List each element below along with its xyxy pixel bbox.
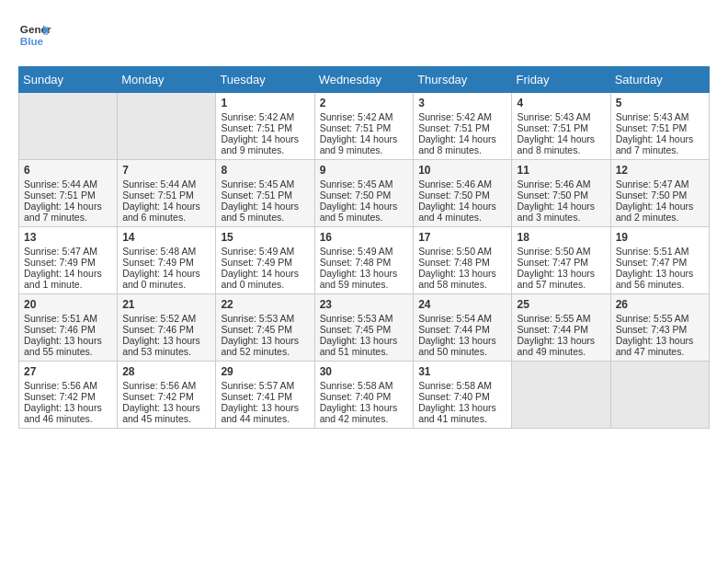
day-info: Sunset: 7:48 PM	[320, 257, 409, 268]
day-info: Daylight: 13 hours and 47 minutes.	[616, 335, 704, 357]
day-info: Sunrise: 5:57 AM	[221, 380, 309, 391]
day-info: Sunset: 7:41 PM	[221, 391, 309, 402]
weekday-header: Wednesday	[314, 67, 414, 93]
weekday-header: Monday	[118, 67, 216, 93]
day-info: Sunrise: 5:46 AM	[418, 178, 506, 190]
day-info: Sunrise: 5:48 AM	[122, 246, 210, 257]
calendar-cell: 21Sunrise: 5:52 AMSunset: 7:46 PMDayligh…	[118, 294, 216, 362]
weekday-header: Saturday	[610, 67, 709, 93]
calendar-cell: 15Sunrise: 5:49 AMSunset: 7:49 PMDayligh…	[216, 227, 314, 294]
calendar-cell: 8Sunrise: 5:45 AMSunset: 7:51 PMDaylight…	[216, 160, 314, 227]
day-info: Sunrise: 5:51 AM	[616, 246, 704, 257]
day-info: Sunset: 7:49 PM	[122, 257, 210, 268]
calendar-cell: 20Sunrise: 5:51 AMSunset: 7:46 PMDayligh…	[19, 294, 118, 362]
day-number: 21	[122, 298, 210, 311]
day-number: 11	[517, 164, 605, 177]
day-info: Daylight: 14 hours and 9 minutes.	[320, 133, 409, 155]
day-info: Daylight: 14 hours and 0 minutes.	[122, 268, 210, 290]
day-info: Sunrise: 5:56 AM	[122, 380, 210, 391]
calendar-cell: 13Sunrise: 5:47 AMSunset: 7:49 PMDayligh…	[19, 227, 118, 294]
day-info: Daylight: 13 hours and 46 minutes.	[24, 402, 112, 424]
day-info: Daylight: 14 hours and 8 minutes.	[418, 133, 506, 155]
day-info: Sunrise: 5:49 AM	[320, 246, 409, 257]
day-number: 12	[616, 164, 704, 177]
day-info: Daylight: 13 hours and 57 minutes.	[517, 268, 605, 290]
day-info: Sunrise: 5:42 AM	[221, 111, 309, 122]
page-header: General Blue	[18, 18, 710, 52]
calendar-cell: 1Sunrise: 5:42 AMSunset: 7:51 PMDaylight…	[216, 93, 314, 160]
day-number: 17	[418, 231, 506, 244]
day-number: 25	[517, 298, 605, 311]
day-info: Sunrise: 5:45 AM	[221, 178, 309, 190]
calendar-cell: 2Sunrise: 5:42 AMSunset: 7:51 PMDaylight…	[314, 93, 414, 160]
day-info: Sunrise: 5:47 AM	[616, 178, 704, 190]
calendar-cell: 16Sunrise: 5:49 AMSunset: 7:48 PMDayligh…	[314, 227, 414, 294]
day-info: Sunset: 7:49 PM	[221, 257, 309, 268]
day-info: Sunrise: 5:58 AM	[320, 380, 409, 391]
calendar-table: SundayMondayTuesdayWednesdayThursdayFrid…	[18, 66, 710, 429]
weekday-header: Tuesday	[216, 67, 314, 93]
calendar-cell: 30Sunrise: 5:58 AMSunset: 7:40 PMDayligh…	[314, 362, 414, 429]
day-info: Sunset: 7:47 PM	[517, 257, 605, 268]
calendar-cell	[512, 362, 610, 429]
day-info: Daylight: 13 hours and 55 minutes.	[24, 335, 112, 357]
day-number: 19	[616, 231, 704, 244]
calendar-week-row: 13Sunrise: 5:47 AMSunset: 7:49 PMDayligh…	[19, 227, 710, 294]
calendar-cell: 27Sunrise: 5:56 AMSunset: 7:42 PMDayligh…	[19, 362, 118, 429]
day-info: Daylight: 14 hours and 9 minutes.	[221, 133, 309, 155]
day-number: 26	[616, 298, 704, 311]
calendar-week-row: 27Sunrise: 5:56 AMSunset: 7:42 PMDayligh…	[19, 362, 710, 429]
calendar-cell: 19Sunrise: 5:51 AMSunset: 7:47 PMDayligh…	[610, 227, 709, 294]
day-info: Sunrise: 5:49 AM	[221, 246, 309, 257]
day-number: 22	[221, 298, 309, 311]
day-number: 15	[221, 231, 309, 244]
calendar-week-row: 20Sunrise: 5:51 AMSunset: 7:46 PMDayligh…	[19, 294, 710, 362]
calendar-cell: 26Sunrise: 5:55 AMSunset: 7:43 PMDayligh…	[610, 294, 709, 362]
day-info: Sunset: 7:45 PM	[221, 324, 309, 335]
day-info: Daylight: 14 hours and 4 minutes.	[418, 201, 506, 223]
day-info: Sunset: 7:44 PM	[517, 324, 605, 335]
calendar-cell: 18Sunrise: 5:50 AMSunset: 7:47 PMDayligh…	[512, 227, 610, 294]
calendar-cell	[118, 93, 216, 160]
day-number: 4	[517, 97, 605, 109]
calendar-cell: 9Sunrise: 5:45 AMSunset: 7:50 PMDaylight…	[314, 160, 414, 227]
calendar-cell: 31Sunrise: 5:58 AMSunset: 7:40 PMDayligh…	[414, 362, 512, 429]
day-info: Sunset: 7:51 PM	[221, 190, 309, 201]
day-number: 8	[221, 164, 309, 177]
calendar-cell: 7Sunrise: 5:44 AMSunset: 7:51 PMDaylight…	[118, 160, 216, 227]
day-info: Sunset: 7:40 PM	[418, 391, 506, 402]
svg-text:Blue: Blue	[20, 35, 44, 47]
day-number: 6	[24, 164, 112, 177]
day-number: 18	[517, 231, 605, 244]
day-number: 10	[418, 164, 506, 177]
day-info: Daylight: 13 hours and 41 minutes.	[418, 402, 506, 424]
day-info: Daylight: 14 hours and 3 minutes.	[517, 201, 605, 223]
day-info: Sunrise: 5:46 AM	[517, 178, 605, 190]
svg-marker-3	[43, 27, 48, 35]
calendar-cell: 6Sunrise: 5:44 AMSunset: 7:51 PMDaylight…	[19, 160, 118, 227]
logo: General Blue	[18, 18, 51, 52]
day-number: 31	[418, 365, 506, 378]
day-number: 1	[221, 97, 309, 109]
weekday-header-row: SundayMondayTuesdayWednesdayThursdayFrid…	[19, 67, 710, 93]
day-info: Sunrise: 5:51 AM	[24, 313, 112, 324]
weekday-header: Sunday	[19, 67, 118, 93]
day-info: Sunrise: 5:50 AM	[517, 246, 605, 257]
day-info: Sunrise: 5:42 AM	[418, 111, 506, 122]
day-info: Sunrise: 5:54 AM	[418, 313, 506, 324]
day-info: Sunrise: 5:44 AM	[24, 178, 112, 190]
day-number: 16	[320, 231, 409, 244]
day-info: Sunset: 7:49 PM	[24, 257, 112, 268]
calendar-cell: 3Sunrise: 5:42 AMSunset: 7:51 PMDaylight…	[414, 93, 512, 160]
day-info: Daylight: 14 hours and 8 minutes.	[517, 133, 605, 155]
day-info: Daylight: 14 hours and 0 minutes.	[221, 268, 309, 290]
day-number: 14	[122, 231, 210, 244]
calendar-cell: 4Sunrise: 5:43 AMSunset: 7:51 PMDaylight…	[512, 93, 610, 160]
day-number: 24	[418, 298, 506, 311]
weekday-header: Thursday	[414, 67, 512, 93]
day-info: Sunset: 7:51 PM	[122, 190, 210, 201]
day-number: 3	[418, 97, 506, 109]
calendar-cell: 10Sunrise: 5:46 AMSunset: 7:50 PMDayligh…	[414, 160, 512, 227]
day-info: Sunset: 7:51 PM	[517, 122, 605, 133]
calendar-cell: 17Sunrise: 5:50 AMSunset: 7:48 PMDayligh…	[414, 227, 512, 294]
